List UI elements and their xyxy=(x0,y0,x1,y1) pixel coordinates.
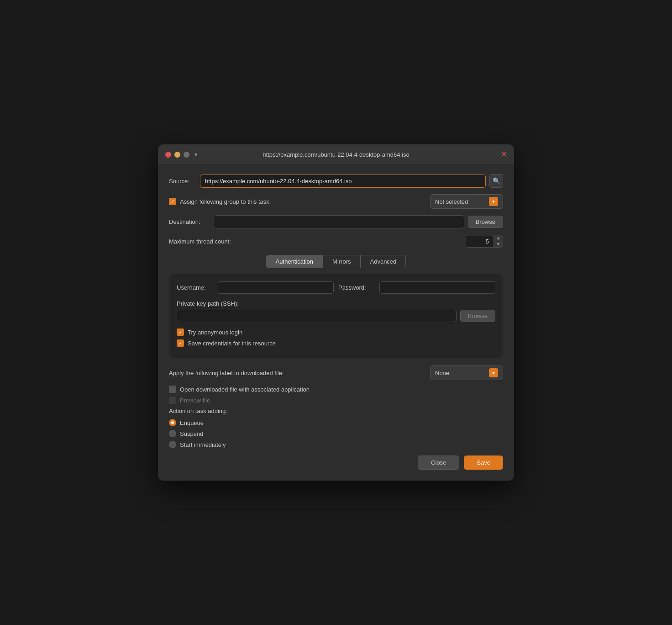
assign-group-checkbox[interactable]: ✓ xyxy=(169,198,176,205)
save-credentials-label: Save credentials for this resource xyxy=(188,340,276,347)
label-row: Apply the following label to downloaded … xyxy=(169,365,503,380)
label-dropdown-arrow: ▼ xyxy=(489,368,498,377)
try-anonymous-row[interactable]: ✓ Try anonymous login xyxy=(177,328,495,336)
destination-row: Destination: Browse xyxy=(169,215,503,228)
group-dropdown-value: Not selected xyxy=(435,198,468,205)
destination-label: Destination: xyxy=(169,218,210,225)
action-section-label: Action on task adding: xyxy=(169,408,503,414)
radio-suspend[interactable]: Suspend xyxy=(169,430,503,437)
preview-file-row: Preview file xyxy=(169,397,503,404)
label-text: Apply the following label to downloaded … xyxy=(169,370,425,376)
username-input[interactable] xyxy=(218,281,334,294)
thread-count-row: Maximum thread count: ▲ ▼ xyxy=(169,235,503,248)
radio-suspend-button[interactable] xyxy=(169,430,176,437)
radio-enqueue-button[interactable] xyxy=(169,419,176,426)
open-file-row[interactable]: Open downloaded file with associated app… xyxy=(169,386,503,393)
group-dropdown-arrow: ▼ xyxy=(489,197,498,206)
destination-input[interactable] xyxy=(214,215,464,228)
group-dropdown[interactable]: Not selected ▼ xyxy=(430,194,503,209)
tab-mirrors[interactable]: Mirrors xyxy=(323,255,360,268)
assign-group-row: ✓ Assign following group to this task: N… xyxy=(169,194,503,209)
window-title: https://example.com/ubuntu-22.04.4-deskt… xyxy=(262,151,410,158)
spinner-up-button[interactable]: ▲ xyxy=(494,235,503,241)
radio-enqueue[interactable]: Enqueue xyxy=(169,419,503,426)
checkmark-icon: ✓ xyxy=(171,199,175,204)
radio-enqueue-label: Enqueue xyxy=(180,419,204,426)
radio-start-immediately-button[interactable] xyxy=(169,441,176,448)
zoom-traffic-light[interactable] xyxy=(184,152,189,158)
try-anonymous-label: Try anonymous login xyxy=(188,329,242,336)
minimize-traffic-light[interactable] xyxy=(174,152,180,158)
private-key-row: Private key path (SSH): Browse xyxy=(177,300,495,322)
radio-start-immediately-label: Start immediately xyxy=(180,441,226,448)
save-button[interactable]: Save xyxy=(464,456,503,470)
tab-authentication[interactable]: Authentication xyxy=(266,255,323,268)
radio-enqueue-dot xyxy=(171,421,174,424)
close-window-button[interactable]: ✕ xyxy=(501,151,507,158)
tabs: Authentication Mirrors Advanced xyxy=(169,255,503,268)
open-file-checkbox[interactable] xyxy=(169,386,176,393)
thread-count-spinner: ▲ ▼ xyxy=(466,235,503,248)
radio-suspend-label: Suspend xyxy=(180,430,203,437)
try-anonymous-checkbox[interactable]: ✓ xyxy=(177,328,184,336)
traffic-lights: ▼ xyxy=(165,152,198,158)
bottom-buttons: Close Save xyxy=(169,456,503,470)
private-key-input[interactable] xyxy=(177,310,457,322)
save-credentials-row[interactable]: ✓ Save credentials for this resource xyxy=(177,339,495,347)
label-dropdown[interactable]: None ▼ xyxy=(430,365,503,380)
spinner-buttons: ▲ ▼ xyxy=(493,235,503,247)
radio-start-immediately[interactable]: Start immediately xyxy=(169,441,503,448)
preview-file-checkbox xyxy=(169,397,176,404)
search-icon: 🔍 xyxy=(493,177,500,185)
authentication-panel: Username: Password: Private key path (SS… xyxy=(169,274,503,358)
preview-file-label: Preview file xyxy=(180,397,210,404)
close-button[interactable]: Close xyxy=(418,456,459,470)
source-input[interactable] xyxy=(200,175,486,188)
action-on-task-section: Action on task adding: Enqueue Suspend S… xyxy=(169,408,503,448)
source-label: Source: xyxy=(169,178,196,185)
chevron-icon: ▼ xyxy=(194,152,198,157)
destination-browse-button[interactable]: Browse xyxy=(468,216,503,228)
try-anonymous-checkmark: ✓ xyxy=(178,330,183,335)
thread-count-label: Maximum thread count: xyxy=(169,238,462,245)
private-key-browse-button[interactable]: Browse xyxy=(460,310,495,322)
spinner-down-button[interactable]: ▼ xyxy=(494,241,503,247)
main-window: ▼ https://example.com/ubuntu-22.04.4-des… xyxy=(158,144,514,481)
private-key-label: Private key path (SSH): xyxy=(177,300,495,307)
assign-group-label: Assign following group to this task: xyxy=(180,198,426,205)
password-input[interactable] xyxy=(379,281,495,294)
source-row: Source: 🔍 xyxy=(169,174,503,188)
username-label: Username: xyxy=(177,284,213,291)
save-credentials-checkmark: ✓ xyxy=(178,341,183,346)
label-dropdown-value: None xyxy=(435,370,449,376)
close-traffic-light[interactable] xyxy=(165,152,171,158)
thread-count-input[interactable] xyxy=(466,236,493,247)
tab-advanced[interactable]: Advanced xyxy=(361,255,406,268)
save-credentials-checkbox[interactable]: ✓ xyxy=(177,339,184,347)
open-file-label: Open downloaded file with associated app… xyxy=(180,386,310,393)
search-button[interactable]: 🔍 xyxy=(489,174,503,188)
private-key-input-row: Browse xyxy=(177,310,495,322)
username-password-row: Username: Password: xyxy=(177,281,495,294)
password-label: Password: xyxy=(338,284,375,291)
titlebar: ▼ https://example.com/ubuntu-22.04.4-des… xyxy=(158,144,514,165)
dialog-content: Source: 🔍 ✓ Assign following group to th… xyxy=(158,165,514,481)
